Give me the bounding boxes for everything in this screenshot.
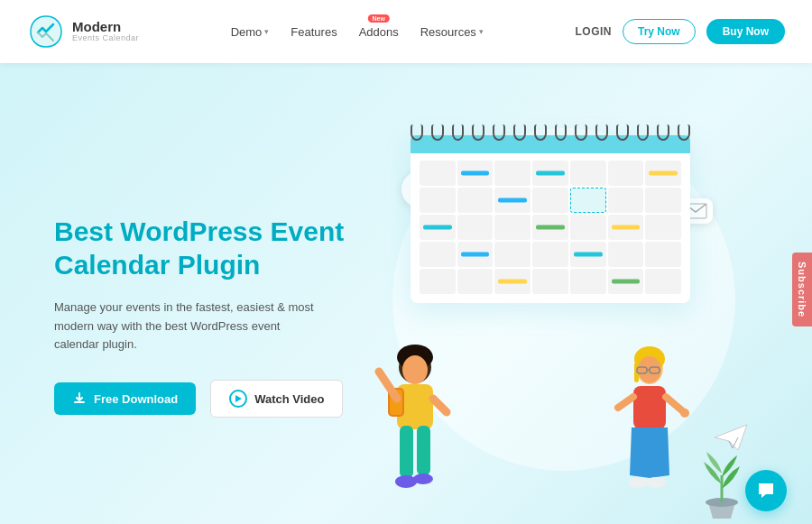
logo-icon	[27, 13, 65, 51]
chat-icon	[755, 480, 777, 501]
addons-badge: New	[367, 14, 389, 23]
nav-link-demo[interactable]: Demo	[231, 25, 263, 39]
hero-section: Best WordPress Event Calendar Plugin Man…	[0, 63, 812, 524]
chat-button[interactable]	[745, 470, 787, 511]
nav-link-addons[interactable]: Addons	[359, 25, 399, 39]
nav-actions: LOGIN Try Now Buy Now	[575, 19, 785, 44]
cal-cell-selected	[570, 188, 606, 213]
subscribe-sidebar[interactable]: Subscribe	[792, 253, 812, 326]
cal-cell	[420, 188, 456, 213]
cal-cell	[532, 269, 568, 294]
plant-decoration	[690, 439, 753, 524]
svg-rect-8	[400, 426, 413, 478]
ring	[472, 124, 484, 141]
ring	[452, 124, 465, 141]
cal-cell	[608, 215, 644, 240]
cal-cell	[494, 242, 531, 267]
ring	[555, 124, 567, 141]
free-download-button[interactable]: Free Download	[54, 382, 196, 415]
login-button[interactable]: LOGIN	[575, 25, 612, 38]
download-label: Free Download	[94, 392, 178, 406]
cal-cell	[570, 242, 606, 267]
person-left-svg	[370, 345, 460, 520]
paper-plane-icon	[713, 423, 749, 452]
cal-cell	[570, 161, 606, 186]
ring	[637, 124, 650, 141]
hero-title: Best WordPress Event Calendar Plugin	[54, 215, 361, 282]
svg-point-22	[646, 477, 666, 488]
person-right-svg	[604, 345, 695, 524]
hero-buttons: Free Download Watch Video	[54, 380, 361, 418]
download-icon	[72, 391, 87, 406]
cal-grid	[420, 161, 681, 294]
cal-cell	[608, 161, 644, 186]
brand-sub: Events Calendar	[72, 34, 139, 43]
play-triangle-icon	[235, 395, 242, 402]
cal-cell	[645, 269, 681, 294]
cal-cell	[608, 188, 644, 213]
cal-cell	[457, 161, 494, 186]
character-left	[370, 345, 460, 524]
play-circle-icon	[229, 390, 247, 408]
logo: Modern Events Calendar	[27, 13, 139, 51]
cal-cell	[420, 215, 456, 240]
ring	[595, 124, 608, 141]
cal-cell	[420, 269, 456, 294]
navbar: Modern Events Calendar Demo ▾ Features N…	[0, 0, 812, 63]
nav-link-resources[interactable]: Resources	[420, 25, 476, 39]
try-now-button[interactable]: Try Now	[623, 19, 696, 44]
nav-link-features[interactable]: Features	[291, 25, 337, 39]
svg-point-4	[402, 355, 428, 384]
cal-cell	[494, 188, 531, 213]
cal-cell	[608, 269, 644, 294]
nav-item-resources[interactable]: Resources ▾	[420, 25, 484, 39]
hero-left: Best WordPress Event Calendar Plugin Man…	[54, 215, 361, 418]
watch-video-label: Watch Video	[254, 392, 324, 406]
cal-cell	[608, 242, 644, 267]
cal-cell	[532, 188, 568, 213]
ring	[657, 124, 669, 141]
nav-links: Demo ▾ Features New Addons Resources ▾	[231, 23, 484, 40]
nav-item-addons[interactable]: New Addons	[359, 23, 399, 40]
svg-point-20	[680, 409, 689, 418]
calendar-body	[411, 135, 690, 303]
ring	[575, 124, 587, 141]
svg-point-11	[413, 473, 433, 484]
cal-cell	[494, 269, 531, 294]
calendar-rings	[411, 124, 690, 141]
brand-name: Modern	[72, 20, 139, 35]
hero-description: Manage your events in the fastest, easie…	[54, 299, 316, 354]
svg-rect-19	[633, 386, 666, 429]
cal-cell	[645, 188, 681, 213]
cal-cell	[645, 161, 681, 186]
nav-item-features[interactable]: Features	[291, 23, 337, 40]
resources-arrow: ▾	[479, 27, 484, 36]
cal-cell	[645, 215, 681, 240]
cal-cell	[532, 215, 568, 240]
svg-rect-9	[417, 426, 430, 475]
nav-item-demo[interactable]: Demo ▾	[231, 25, 270, 39]
ring	[411, 124, 423, 141]
ring	[678, 124, 690, 141]
cal-cell	[457, 269, 494, 294]
svg-point-10	[395, 475, 417, 488]
cal-cell	[457, 242, 494, 267]
ring	[513, 124, 526, 141]
cal-cell	[645, 242, 681, 267]
logo-text: Modern Events Calendar	[72, 20, 139, 43]
buy-now-button[interactable]: Buy Now	[706, 19, 785, 44]
cal-cell	[457, 215, 494, 240]
cal-cell	[532, 242, 568, 267]
cal-cell	[570, 215, 606, 240]
svg-point-21	[629, 477, 649, 488]
cal-cell	[420, 242, 456, 267]
cal-cell	[532, 161, 568, 186]
ring	[431, 124, 444, 141]
demo-arrow: ▾	[264, 27, 269, 36]
hero-right: 27	[361, 99, 767, 524]
cal-cell	[420, 161, 456, 186]
ring	[616, 124, 629, 141]
ring	[534, 124, 547, 141]
cal-cell	[494, 161, 531, 186]
watch-video-button[interactable]: Watch Video	[210, 380, 343, 418]
